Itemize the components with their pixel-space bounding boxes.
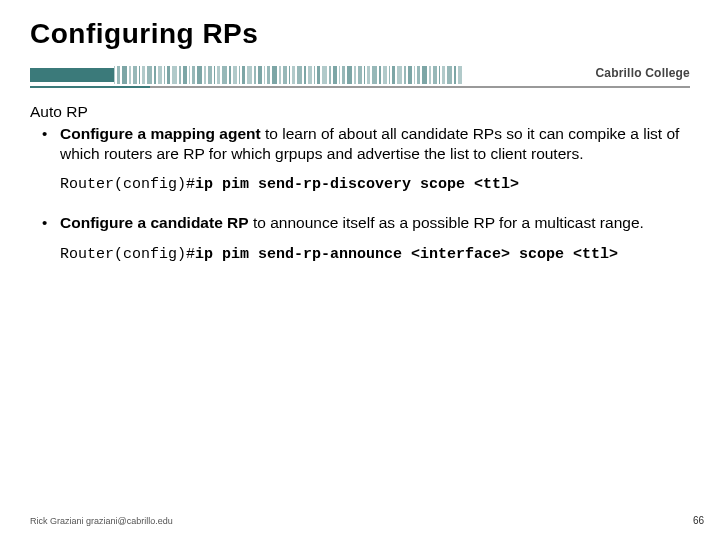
slide-title: Configuring RPs: [30, 18, 690, 50]
divider-bar: Cabrillo College: [30, 64, 690, 88]
bullet-bold: Configure a mapping agent: [60, 125, 261, 142]
bullet-text: to announce itself as a possible RP for …: [249, 214, 644, 231]
code-block-announce: Router(config)#ip pim send-rp-announce <…: [60, 245, 690, 264]
code-command: ip pim send-rp-announce <interface> scop…: [195, 246, 618, 263]
subheading: Auto RP: [30, 102, 690, 122]
college-label: Cabrillo College: [595, 66, 690, 80]
bullet-mapping-agent: Configure a mapping agent to learn of ab…: [30, 124, 690, 164]
horizontal-rule: [30, 86, 690, 88]
accent-box: [30, 68, 114, 82]
slide: Configuring RPs Cabrillo College Auto RP…: [0, 0, 720, 540]
bullet-bold: Configure a candidate RP: [60, 214, 249, 231]
content-area: Auto RP Configure a mapping agent to lea…: [30, 102, 690, 264]
page-number: 66: [693, 515, 704, 526]
footer-text: Rick Graziani graziani@cabrillo.edu: [30, 516, 173, 526]
barcode-graphic: [114, 66, 498, 84]
code-command: ip pim send-rp-discovery scope <ttl>: [195, 176, 519, 193]
bullet-candidate-rp: Configure a candidate RP to announce its…: [30, 213, 690, 233]
code-block-discovery: Router(config)#ip pim send-rp-discovery …: [60, 175, 690, 194]
code-prompt: Router(config)#: [60, 246, 195, 263]
code-prompt: Router(config)#: [60, 176, 195, 193]
